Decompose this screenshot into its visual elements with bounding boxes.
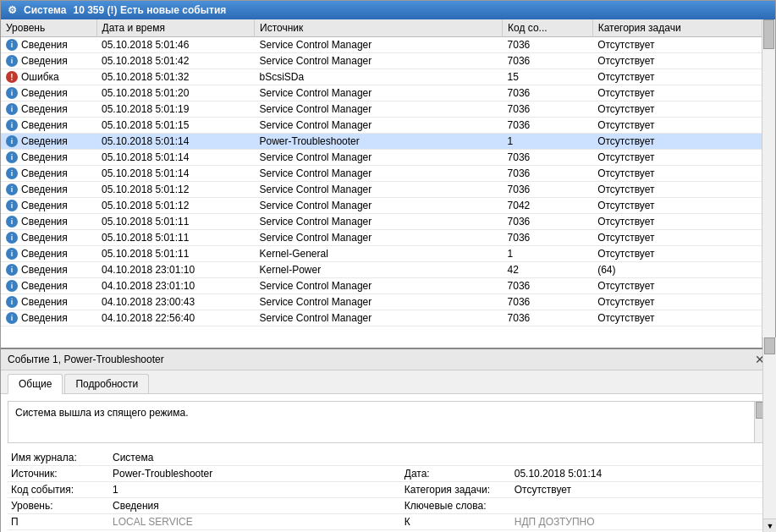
cell-date: 05.10.2018 5:01:14 xyxy=(96,150,255,166)
table-container[interactable]: Уровень Дата и время Источник Код со... xyxy=(1,19,762,348)
table-row[interactable]: iСведения05.10.2018 5:01:42Service Contr… xyxy=(1,53,762,69)
col-header-category[interactable]: Категория задачи xyxy=(592,19,762,37)
cell-source: Service Control Manager xyxy=(255,166,503,182)
level-text: Сведения xyxy=(21,39,68,51)
table-row[interactable]: iСведения05.10.2018 5:01:11Service Contr… xyxy=(1,230,762,246)
level-text: Сведения xyxy=(21,312,68,324)
cell-category: Отсутствует xyxy=(592,166,762,182)
table-row[interactable]: iСведения05.10.2018 5:01:14Service Contr… xyxy=(1,166,762,182)
info-icon: i xyxy=(6,167,18,179)
cell-code: 7036 xyxy=(503,214,593,230)
empty-cell xyxy=(401,450,511,466)
col-header-level[interactable]: Уровень xyxy=(1,19,96,37)
table-row[interactable]: iСведения05.10.2018 5:01:14Power-Trouble… xyxy=(1,134,762,150)
tab-general[interactable]: Общие xyxy=(8,374,63,394)
cell-source: Service Control Manager xyxy=(255,310,503,326)
cell-date: 04.10.2018 22:56:40 xyxy=(96,310,255,326)
level-text: Сведения xyxy=(21,216,68,228)
level-text: Сведения xyxy=(21,119,68,131)
table-row[interactable]: !Ошибка05.10.2018 5:01:32bScsiSDa15Отсут… xyxy=(1,69,762,85)
journal-value: Система xyxy=(109,450,401,466)
table-row[interactable]: iСведения05.10.2018 5:01:11Service Contr… xyxy=(1,214,762,230)
level-text: Сведения xyxy=(21,296,68,308)
cell-level: iСведения xyxy=(1,198,96,214)
event-title-bar: Событие 1, Power-Troubleshooter ✕ xyxy=(1,349,775,370)
col-header-code[interactable]: Код со... xyxy=(503,19,593,37)
cell-source: Kernel-Power xyxy=(255,262,503,278)
detail-row-source: Источник: Power-Troubleshooter Дата: 05.… xyxy=(8,466,768,482)
bottom-scrollbar[interactable]: ▼ xyxy=(762,337,776,532)
cell-source: Service Control Manager xyxy=(255,101,503,118)
table-row[interactable]: iСведения05.10.2018 5:01:46Service Contr… xyxy=(1,37,762,53)
table-row[interactable]: iСведения05.10.2018 5:01:12Service Contr… xyxy=(1,198,762,214)
cell-source: Service Control Manager xyxy=(255,118,503,134)
event-content: Система вышла из спящего режима. Имя жур… xyxy=(1,394,775,532)
cell-code: 7036 xyxy=(503,230,593,246)
date-value: 05.10.2018 5:01:14 xyxy=(511,466,768,482)
table-row[interactable]: iСведения05.10.2018 5:01:14Service Contr… xyxy=(1,150,762,166)
event-message-box: Система вышла из спящего режима. xyxy=(8,401,768,443)
table-row[interactable]: iСведения04.10.2018 23:00:43Service Cont… xyxy=(1,294,762,310)
events-table: Уровень Дата и время Источник Код со... xyxy=(1,19,762,326)
table-row[interactable]: iСведения04.10.2018 23:01:10Service Cont… xyxy=(1,278,762,294)
info-icon: i xyxy=(6,184,18,195)
cell-level: iСведения xyxy=(1,101,96,118)
info-icon: i xyxy=(6,87,18,99)
cell-code: 7036 xyxy=(503,278,593,294)
table-row[interactable]: iСведения05.10.2018 5:01:11Kernel-Genera… xyxy=(1,246,762,262)
table-row[interactable]: iСведения05.10.2018 5:01:15Service Contr… xyxy=(1,118,762,134)
info-icon: i xyxy=(6,151,18,163)
cell-level: iСведения xyxy=(1,53,96,69)
level-value: Сведения xyxy=(109,498,401,514)
cell-category: Отсутствует xyxy=(592,230,762,246)
cell-date: 05.10.2018 5:01:32 xyxy=(96,69,255,85)
col-header-date[interactable]: Дата и время xyxy=(96,19,255,37)
cell-date: 05.10.2018 5:01:20 xyxy=(96,85,255,101)
level-text: Сведения xyxy=(21,167,68,179)
cell-date: 05.10.2018 5:01:42 xyxy=(96,53,255,69)
info-icon: i xyxy=(6,232,18,244)
cell-category: Отсутствует xyxy=(592,69,762,85)
cell-code: 7036 xyxy=(503,101,593,118)
table-row[interactable]: iСведения04.10.2018 22:56:40Service Cont… xyxy=(1,310,762,326)
scrollbar-down-btn[interactable]: ▼ xyxy=(763,518,776,532)
tab-details[interactable]: Подробности xyxy=(64,374,149,393)
cell-source: Service Control Manager xyxy=(255,230,503,246)
table-row[interactable]: iСведения05.10.2018 5:01:20Service Contr… xyxy=(1,85,762,101)
cell-source: Service Control Manager xyxy=(255,182,503,198)
cell-level: iСведения xyxy=(1,262,96,278)
info-icon: i xyxy=(6,119,18,131)
info-icon: i xyxy=(6,200,18,211)
table-row[interactable]: iСведения05.10.2018 5:01:12Service Contr… xyxy=(1,182,762,198)
cell-source: Service Control Manager xyxy=(255,37,503,53)
cell-level: iСведения xyxy=(1,214,96,230)
col-header-source[interactable]: Источник xyxy=(255,19,503,37)
table-row[interactable]: iСведения04.10.2018 23:01:10Kernel-Power… xyxy=(1,262,762,278)
cell-level: iСведения xyxy=(1,310,96,326)
cell-date: 04.10.2018 23:00:43 xyxy=(96,294,255,310)
title-icon: ⚙ xyxy=(8,4,17,16)
cell-code: 7036 xyxy=(503,182,593,198)
cell-level: iСведения xyxy=(1,118,96,134)
info-icon: i xyxy=(6,248,18,260)
cell-category: (64) xyxy=(592,262,762,278)
info-icon: i xyxy=(6,280,18,292)
cell-category: Отсутствует xyxy=(592,85,762,101)
table-header-row: Уровень Дата и время Источник Код со... xyxy=(1,19,762,37)
keywords-label: Ключевые слова: xyxy=(401,498,511,514)
cell-source: Service Control Manager xyxy=(255,150,503,166)
cell-category: Отсутствует xyxy=(592,37,762,53)
cell-source: bScsiSDa xyxy=(255,69,503,85)
detail-row-journal: Имя журнала: Система xyxy=(8,450,768,466)
title-bar: ⚙ Система 10 359 (!) Есть новые события xyxy=(1,1,775,19)
bottom-scrollbar-thumb[interactable] xyxy=(764,337,775,354)
cell-category: Отсутствует xyxy=(592,214,762,230)
error-icon: ! xyxy=(6,71,18,83)
cell-level: iСведения xyxy=(1,134,96,150)
scrollbar-thumb[interactable] xyxy=(763,19,774,49)
main-window: ⚙ Система 10 359 (!) Есть новые события … xyxy=(0,0,776,532)
table-scrollbar[interactable] xyxy=(762,19,775,348)
table-row[interactable]: iСведения05.10.2018 5:01:19Service Contr… xyxy=(1,101,762,118)
event-message: Система вышла из спящего режима. xyxy=(15,407,189,419)
cell-date: 05.10.2018 5:01:14 xyxy=(96,134,255,150)
